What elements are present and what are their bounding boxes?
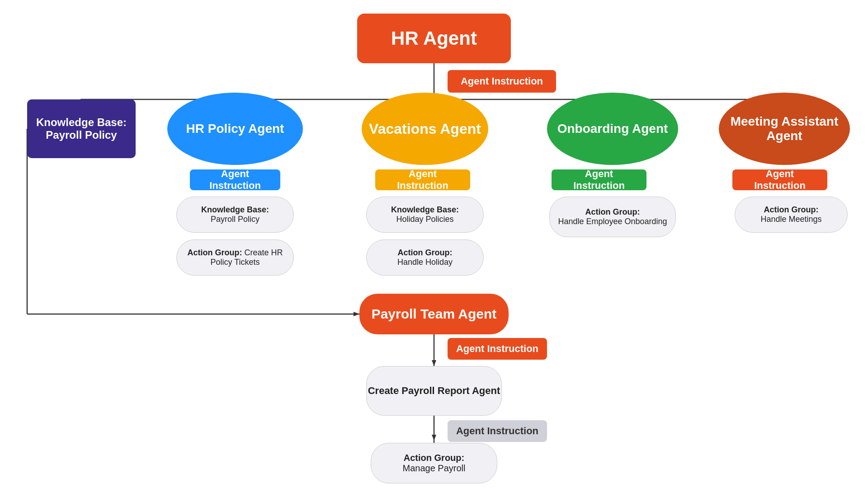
create-payroll-report-node: Create Payroll Report Agent: [366, 366, 502, 416]
hr-policy-kb-card: Knowledge Base:Payroll Policy: [176, 197, 294, 233]
hr-agent-node: HR Agent: [357, 14, 511, 63]
onboarding-instruction-label: Agent Instruction: [560, 168, 638, 192]
meeting-ag-card: Action Group:Handle Meetings: [735, 197, 848, 233]
hr-agent-instruction-badge: Agent Instruction: [448, 70, 556, 93]
onboarding-agent-label: Onboarding Agent: [557, 122, 668, 136]
hr-policy-instruction-label: Agent Instruction: [198, 168, 272, 192]
vacations-instruction-badge: Agent Instruction: [375, 169, 470, 190]
hr-policy-ag-card: Action Group: Create HR Policy Tickets: [176, 239, 294, 276]
kb-payroll-policy-label: Knowledge Base: Payroll Policy: [36, 116, 127, 141]
svg-marker-17: [432, 360, 436, 366]
meeting-instruction-badge: Agent Instruction: [732, 169, 827, 190]
payroll-team-instruction-badge: Agent Instruction: [448, 338, 547, 360]
onboarding-ag-card: Action Group:Handle Employee Onboarding: [549, 197, 676, 237]
hr-policy-instruction-badge: Agent Instruction: [190, 169, 280, 190]
manage-payroll-card: Action Group:Manage Payroll: [371, 443, 497, 483]
onboarding-agent-node: Onboarding Agent: [547, 93, 678, 165]
hr-policy-agent-node: HR Policy Agent: [167, 93, 303, 165]
create-payroll-report-label: Create Payroll Report Agent: [368, 385, 500, 397]
payroll-team-agent-label: Payroll Team Agent: [372, 306, 497, 322]
svg-marker-15: [354, 312, 359, 316]
payroll-team-instruction-label: Agent Instruction: [456, 343, 538, 355]
vacations-agent-label: Vacations Agent: [369, 121, 481, 137]
meeting-instruction-label: Agent Instruction: [741, 168, 819, 192]
hr-agent-instruction-label: Agent Instruction: [461, 75, 543, 87]
diagram-container: HR Agent Agent Instruction Knowledge Bas…: [0, 0, 868, 488]
hr-policy-agent-label: HR Policy Agent: [186, 122, 284, 136]
vacations-agent-node: Vacations Agent: [362, 93, 488, 165]
kb-payroll-policy-node: Knowledge Base: Payroll Policy: [27, 99, 136, 158]
meeting-assistant-agent-label: Meeting Assistant Agent: [719, 114, 850, 143]
vacations-kb-card: Knowledge Base:Holiday Policies: [366, 197, 484, 233]
onboarding-instruction-badge: Agent Instruction: [552, 169, 646, 190]
create-payroll-instruction-label: Agent Instruction: [456, 425, 538, 437]
payroll-team-agent-node: Payroll Team Agent: [359, 294, 509, 334]
svg-marker-19: [432, 435, 436, 441]
vacations-instruction-label: Agent Instruction: [383, 168, 462, 192]
vacations-ag-card: Action Group:Handle Holiday: [366, 239, 484, 276]
meeting-assistant-agent-node: Meeting Assistant Agent: [719, 93, 850, 165]
create-payroll-instruction-badge: Agent Instruction: [448, 420, 547, 442]
hr-agent-label: HR Agent: [391, 28, 477, 49]
